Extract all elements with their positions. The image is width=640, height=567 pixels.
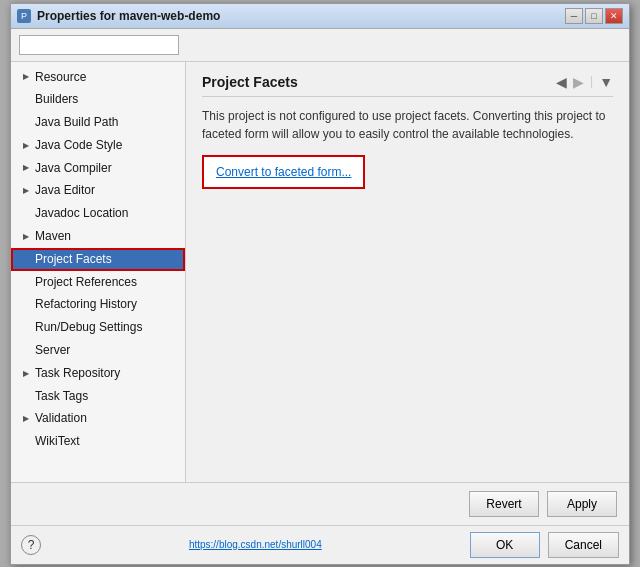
help-button[interactable]: ? [21,535,41,555]
maximize-button[interactable]: □ [585,8,603,24]
main-content: ▶ Resource Builders Java Build Path ▶ Ja… [11,62,629,482]
dropdown-arrow-icon[interactable]: ▼ [599,74,613,90]
footer-link[interactable]: https://blog.csdn.net/shurll004 [189,539,322,550]
title-bar-left: P Properties for maven-web-demo [17,9,220,23]
apply-button[interactable]: Apply [547,491,617,517]
nav-arrows: ◀ ▶ | ▼ [556,74,613,90]
sidebar-item-refactoring-history[interactable]: Refactoring History [11,293,185,316]
minimize-button[interactable]: ─ [565,8,583,24]
sidebar-item-project-facets[interactable]: Project Facets [11,248,185,271]
sidebar-item-java-build-path[interactable]: Java Build Path [11,111,185,134]
footer: ? https://blog.csdn.net/shurll004 OK Can… [11,525,629,564]
sidebar: ▶ Resource Builders Java Build Path ▶ Ja… [11,62,186,482]
sidebar-item-server[interactable]: Server [11,339,185,362]
search-input[interactable] [19,35,179,55]
arrow-icon: ▶ [23,140,31,151]
arrow-icon: ▶ [23,368,31,379]
sidebar-item-java-editor[interactable]: ▶ Java Editor [11,179,185,202]
content-panel: Project Facets ◀ ▶ | ▼ This project is n… [186,62,629,482]
title-bar: P Properties for maven-web-demo ─ □ ✕ [11,4,629,29]
panel-title: Project Facets [202,74,298,90]
search-bar [11,29,629,62]
sidebar-item-wikitext[interactable]: WikiText [11,430,185,453]
properties-window: P Properties for maven-web-demo ─ □ ✕ ▶ … [10,3,630,565]
sidebar-item-java-code-style[interactable]: ▶ Java Code Style [11,134,185,157]
sidebar-item-resource[interactable]: ▶ Resource [11,66,185,89]
sidebar-item-builders[interactable]: Builders [11,88,185,111]
revert-button[interactable]: Revert [469,491,539,517]
sidebar-item-task-tags[interactable]: Task Tags [11,385,185,408]
divider [202,96,613,97]
nav-separator: | [590,74,593,90]
arrow-icon: ▶ [23,162,31,173]
sidebar-item-validation[interactable]: ▶ Validation [11,407,185,430]
close-button[interactable]: ✕ [605,8,623,24]
ok-button[interactable]: OK [470,532,540,558]
sidebar-item-javadoc-location[interactable]: Javadoc Location [11,202,185,225]
panel-description: This project is not configured to use pr… [202,107,613,143]
sidebar-item-project-references[interactable]: Project References [11,271,185,294]
bottom-action-buttons: Revert Apply [11,482,629,525]
arrow-icon: ▶ [23,185,31,196]
cancel-button[interactable]: Cancel [548,532,619,558]
footer-buttons: OK Cancel [470,532,619,558]
back-arrow-icon[interactable]: ◀ [556,74,567,90]
sidebar-item-maven[interactable]: ▶ Maven [11,225,185,248]
title-buttons: ─ □ ✕ [565,8,623,24]
sidebar-item-java-compiler[interactable]: ▶ Java Compiler [11,157,185,180]
arrow-icon: ▶ [23,413,31,424]
convert-link[interactable]: Convert to faceted form... [216,165,351,179]
window-icon: P [17,9,31,23]
forward-arrow-icon[interactable]: ▶ [573,74,584,90]
sidebar-item-task-repository[interactable]: ▶ Task Repository [11,362,185,385]
arrow-icon: ▶ [23,231,31,242]
window-title: Properties for maven-web-demo [37,9,220,23]
convert-box: Convert to faceted form... [202,155,365,189]
arrow-icon: ▶ [23,71,31,82]
sidebar-item-run-debug-settings[interactable]: Run/Debug Settings [11,316,185,339]
